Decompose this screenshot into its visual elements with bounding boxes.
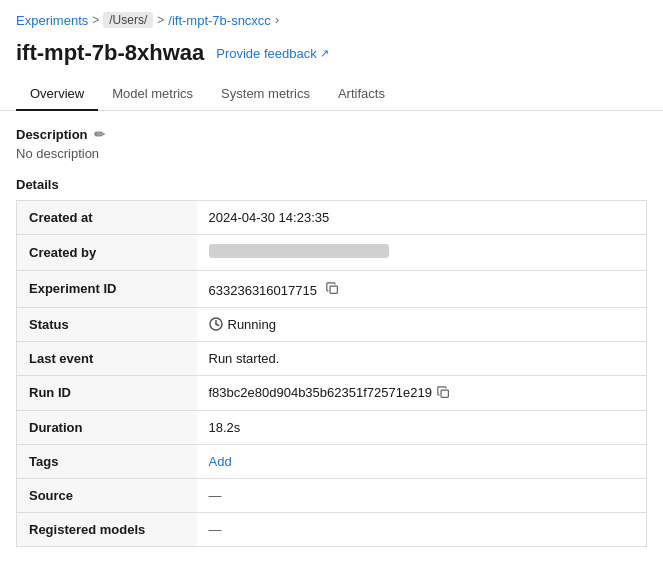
status-text: Running <box>228 317 276 332</box>
tab-artifacts[interactable]: Artifacts <box>324 78 399 111</box>
description-title-text: Description <box>16 127 88 142</box>
page-title: ift-mpt-7b-8xhwaa <box>16 40 204 66</box>
breadcrumb-sep-1: > <box>92 13 99 27</box>
table-row: Tags Add <box>17 444 647 478</box>
edit-description-icon[interactable]: ✏ <box>94 127 105 142</box>
row-value-duration: 18.2s <box>197 410 647 444</box>
svg-rect-4 <box>441 390 448 397</box>
breadcrumb-run-path[interactable]: /ift-mpt-7b-sncxcc <box>168 13 271 28</box>
breadcrumb-experiments[interactable]: Experiments <box>16 13 88 28</box>
table-row: Experiment ID 633236316017715 <box>17 271 647 308</box>
feedback-label: Provide feedback <box>216 46 316 61</box>
tab-model-metrics[interactable]: Model metrics <box>98 78 207 111</box>
breadcrumb-users-path: /Users/ <box>103 12 153 28</box>
status-running-badge: Running <box>209 317 635 332</box>
table-row: Status Running <box>17 307 647 341</box>
row-value-experiment-id: 633236316017715 <box>197 271 647 308</box>
row-label-status: Status <box>17 307 197 341</box>
breadcrumb-sep-3: › <box>275 13 279 27</box>
details-table: Created at 2024-04-30 14:23:35 Created b… <box>16 200 647 547</box>
main-content: Description ✏ No description Details Cre… <box>0 111 663 563</box>
details-heading: Details <box>16 177 647 192</box>
tab-system-metrics[interactable]: System metrics <box>207 78 324 111</box>
external-link-icon: ↗ <box>320 47 329 60</box>
row-label-source: Source <box>17 478 197 512</box>
row-label-created-at: Created at <box>17 201 197 235</box>
feedback-link[interactable]: Provide feedback ↗ <box>216 46 328 61</box>
tabs-bar: Overview Model metrics System metrics Ar… <box>0 78 663 111</box>
row-label-tags: Tags <box>17 444 197 478</box>
row-value-tags: Add <box>197 444 647 478</box>
add-tag-link[interactable]: Add <box>209 454 232 469</box>
copy-run-id-icon[interactable] <box>436 385 452 401</box>
tab-overview[interactable]: Overview <box>16 78 98 111</box>
row-value-created-by <box>197 235 647 271</box>
row-label-duration: Duration <box>17 410 197 444</box>
clock-icon <box>209 317 223 331</box>
details-section: Details Created at 2024-04-30 14:23:35 C… <box>16 177 647 547</box>
run-id-value: f83bc2e80d904b35b62351f72571e219 <box>209 385 432 400</box>
row-label-created-by: Created by <box>17 235 197 271</box>
row-label-run-id: Run ID <box>17 375 197 410</box>
registered-models-dash: — <box>209 522 222 537</box>
page-header: ift-mpt-7b-8xhwaa Provide feedback ↗ <box>0 36 663 78</box>
row-label-last-event: Last event <box>17 341 197 375</box>
blurred-user-field <box>209 244 389 258</box>
row-value-registered-models: — <box>197 512 647 546</box>
source-dash: — <box>209 488 222 503</box>
breadcrumb: Experiments > /Users/ > /ift-mpt-7b-sncx… <box>0 0 663 36</box>
row-label-registered-models: Registered models <box>17 512 197 546</box>
table-row: Registered models — <box>17 512 647 546</box>
table-row: Created at 2024-04-30 14:23:35 <box>17 201 647 235</box>
table-row: Created by <box>17 235 647 271</box>
row-value-created-at: 2024-04-30 14:23:35 <box>197 201 647 235</box>
row-value-last-event: Run started. <box>197 341 647 375</box>
row-value-source: — <box>197 478 647 512</box>
svg-line-3 <box>216 324 219 326</box>
table-row: Duration 18.2s <box>17 410 647 444</box>
run-id-cell: f83bc2e80d904b35b62351f72571e219 <box>209 385 635 401</box>
table-row: Last event Run started. <box>17 341 647 375</box>
table-row: Source — <box>17 478 647 512</box>
description-section: Description ✏ No description <box>16 127 647 161</box>
row-value-status: Running <box>197 307 647 341</box>
svg-rect-0 <box>330 286 337 293</box>
description-heading: Description ✏ <box>16 127 647 142</box>
row-label-experiment-id: Experiment ID <box>17 271 197 308</box>
no-description-text: No description <box>16 146 647 161</box>
copy-experiment-id-icon[interactable] <box>325 280 341 296</box>
experiment-id-value: 633236316017715 <box>209 283 317 298</box>
breadcrumb-sep-2: > <box>157 13 164 27</box>
row-value-run-id: f83bc2e80d904b35b62351f72571e219 <box>197 375 647 410</box>
table-row: Run ID f83bc2e80d904b35b62351f72571e219 <box>17 375 647 410</box>
